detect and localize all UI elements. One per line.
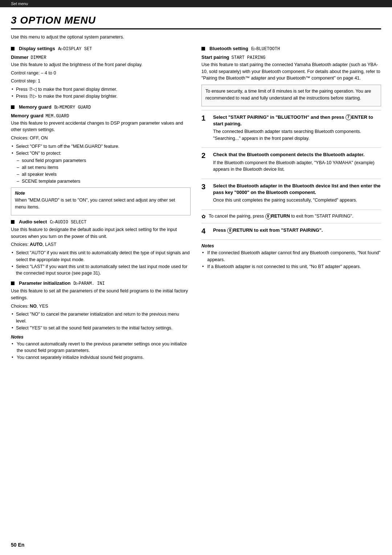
step-4-content: Press 8RETURN to exit from "START PAIRIN… xyxy=(213,227,381,235)
return-circle-2: 8 xyxy=(227,228,233,234)
bluetooth-section: Bluetooth setting E▷BLUETOOTH Start pair… xyxy=(201,46,381,270)
step-3-row: 3 Select the Bluetooth adapter in the Bl… xyxy=(201,183,381,205)
mem-guard-sub-bullets: sound field program parameters all set m… xyxy=(16,157,191,185)
audio-bullet-2: Select "LAST" if you want this unit to a… xyxy=(16,263,191,277)
mem-guard-bullet-2: Select "ON" to protect: sound field prog… xyxy=(16,150,191,185)
mem-sub-3: all speaker levels xyxy=(22,171,191,178)
display-settings-heading: Display settings A▷DISPLAY SET xyxy=(11,46,191,52)
bullet-icon-4 xyxy=(11,281,15,285)
mem-sub-1: sound field program parameters xyxy=(22,157,191,164)
param-note-1: You cannot automatically revert to the p… xyxy=(17,341,191,355)
audio-select-section: Audio select C▷AUDIO SELECT Use this fea… xyxy=(11,219,191,277)
param-notes-title: Notes xyxy=(11,335,191,340)
audio-select-desc: Use this feature to designate the defaul… xyxy=(11,226,191,240)
param-init-heading: Parameter initialization D▷PARAM. INI xyxy=(11,280,191,286)
display-settings-label: Display settings xyxy=(19,46,55,51)
mem-guard-choices: Choices: OFF, ON xyxy=(11,135,191,142)
step-4-heading: Press 8RETURN to exit from "START PAIRIN… xyxy=(213,227,381,234)
mem-guard-sublabel: Memory guard xyxy=(11,113,44,118)
enter-circle: 7 xyxy=(346,114,351,120)
step-3-heading: Select the Bluetooth adapter in the Blue… xyxy=(213,183,381,196)
step-2-row: 2 Check that the Bluetooth component det… xyxy=(201,151,381,174)
mem-guard-desc: Use this feature to prevent accidental c… xyxy=(11,120,191,134)
mem-guard-bullet-1: Select "OFF" to turn off the "MEM.GUARD"… xyxy=(16,143,191,150)
dimmer-bullet-1: Press ⑦◁ to make the front panel display… xyxy=(16,86,191,93)
divider-3 xyxy=(201,239,381,240)
step-3-num: 3 xyxy=(201,183,209,191)
page-number: 50 En xyxy=(11,542,24,548)
bluetooth-mono: E▷BLUETOOTH xyxy=(251,46,280,52)
tip-row: ✿ To cancel the pairing, press 8RETURN t… xyxy=(201,214,381,219)
step-2-heading: Check that the Bluetooth component detec… xyxy=(213,151,381,158)
step-2: 2 Check that the Bluetooth component det… xyxy=(201,147,381,174)
page-title: 3 OPTION MENU xyxy=(11,15,381,29)
audio-bullet-1: Select "AUTO" if you want this unit to a… xyxy=(16,250,191,263)
left-column: Display settings A▷DISPLAY SET Dimmer DI… xyxy=(11,46,191,362)
dimmer-desc1: Use this feature to adjust the brightnes… xyxy=(11,61,191,68)
dimmer-label: Dimmer xyxy=(11,54,28,60)
audio-select-bullets: Select "AUTO" if you want this unit to a… xyxy=(11,250,191,277)
bullet-icon-5 xyxy=(201,47,205,50)
memory-guard-section: Memory guard B▷MEMORY GUARD Memory guard… xyxy=(11,104,191,215)
audio-select-heading: Audio select C▷AUDIO SELECT xyxy=(11,219,191,225)
start-pairing-desc: Use this feature to start pairing the co… xyxy=(201,61,381,82)
bullet-icon xyxy=(11,47,15,50)
bullet-icon-3 xyxy=(11,220,15,224)
divider xyxy=(201,210,381,210)
mem-guard-note: Note When "MEM.GUARD" is set to "ON", yo… xyxy=(11,187,191,215)
dimmer-mono: DIMMER xyxy=(30,55,46,60)
step-1-desc: The connected Bluetooth adapter starts s… xyxy=(213,128,381,142)
memory-guard-mono: B▷MEMORY GUARD xyxy=(54,105,91,110)
param-init-label: Parameter initialization xyxy=(19,280,70,286)
step-2-desc: If the Bluetooth component the Bluetooth… xyxy=(213,159,381,173)
dimmer-bullet-2: Press ⑦▷ to make the front panel display… xyxy=(16,93,191,100)
display-settings-section: Display settings A▷DISPLAY SET Dimmer DI… xyxy=(11,46,191,100)
step-3: 3 Select the Bluetooth adapter in the Bl… xyxy=(201,179,381,205)
dimmer-desc3: Control step: 1 xyxy=(11,78,191,85)
param-init-notes: Notes You cannot automatically revert to… xyxy=(11,335,191,361)
bt-note-2: If a Bluetooth adapter is not connected … xyxy=(207,263,381,270)
step-2-num: 2 xyxy=(201,151,209,159)
start-pairing-label: Start pairing xyxy=(201,54,229,60)
bt-note-1: If the connected Bluetooth adapter canno… xyxy=(207,250,381,263)
bluetooth-heading: Bluetooth setting E▷BLUETOOTH xyxy=(201,46,381,52)
right-column: Bluetooth setting E▷BLUETOOTH Start pair… xyxy=(201,46,381,272)
memory-guard-heading: Memory guard B▷MEMORY GUARD xyxy=(11,104,191,110)
step-3-desc: Once this unit completes the pairing suc… xyxy=(213,197,381,204)
dimmer-heading: Dimmer DIMMER xyxy=(11,54,191,60)
memory-guard-label: Memory guard xyxy=(19,104,52,110)
mem-guard-submono: MEM.GUARD xyxy=(46,114,69,119)
bluetooth-notes: Notes If the connected Bluetooth adapter… xyxy=(201,243,381,270)
page: Set menu 3 OPTION MENU Use this menu to … xyxy=(0,0,392,555)
step-1-heading: Select "START PAIRING" in "BLUETOOTH" an… xyxy=(213,114,381,127)
security-info-box: To ensure security, a time limit of 8 mi… xyxy=(201,85,381,106)
step-1: 1 Select "START PAIRING" in "BLUETOOTH" … xyxy=(201,110,381,143)
param-bullet-2: Select "YES" to set all the sound field … xyxy=(16,325,191,332)
dimmer-desc2: Control range: – 4 to 0 xyxy=(11,70,191,77)
mem-guard-sub: Memory guard MEM.GUARD xyxy=(11,113,191,119)
bluetooth-notes-title: Notes xyxy=(201,243,381,248)
step-4: 4 Press 8RETURN to exit from "START PAIR… xyxy=(201,227,381,235)
security-text: To ensure security, a time limit of 8 mi… xyxy=(205,88,377,102)
param-bullet-1: Select "NO" to cancel the parameter init… xyxy=(16,311,191,325)
note-title: Note xyxy=(15,191,187,196)
start-pairing-heading: Start pairing START PAIRING xyxy=(201,54,381,60)
param-init-mono: D▷PARAM. INI xyxy=(73,281,105,286)
param-note-2: You cannot separately initialize individ… xyxy=(17,354,191,361)
mem-sub-2: all set menu items xyxy=(22,164,191,171)
tip-text: To cancel the pairing, press 8RETURN to … xyxy=(209,214,353,219)
bullet-icon-2 xyxy=(11,105,15,109)
display-settings-mono: A▷DISPLAY SET xyxy=(58,46,92,52)
bluetooth-label: Bluetooth setting xyxy=(209,46,248,51)
set-menu-label: Set menu xyxy=(11,1,28,6)
return-circle: 8 xyxy=(265,214,271,219)
dimmer-bullets: Press ⑦◁ to make the front panel display… xyxy=(11,86,191,100)
param-init-desc: Use this feature to set all the paramete… xyxy=(11,288,191,301)
step-1-num: 1 xyxy=(201,114,209,122)
start-pairing-mono: START PAIRING xyxy=(232,55,266,60)
step-1-row: 1 Select "START PAIRING" in "BLUETOOTH" … xyxy=(201,114,381,143)
mem-sub-4: SCENE template parameters xyxy=(22,178,191,185)
audio-select-choices: Choices: AUTO, LAST xyxy=(11,241,191,248)
step-3-content: Select the Bluetooth adapter in the Blue… xyxy=(213,183,381,205)
top-bar: Set menu xyxy=(0,0,392,7)
